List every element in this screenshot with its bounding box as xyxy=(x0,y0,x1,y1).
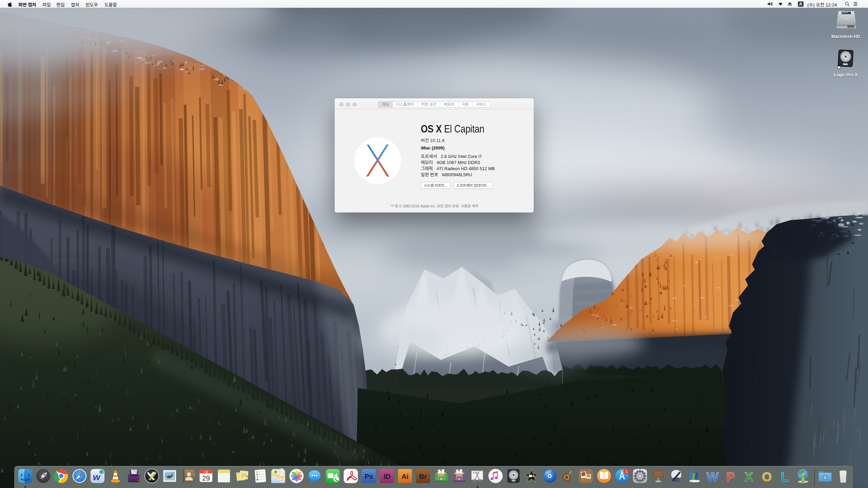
svg-text:29: 29 xyxy=(202,474,210,482)
svg-text:L: L xyxy=(781,470,789,484)
svg-text:X: X xyxy=(744,470,753,484)
svg-text:O: O xyxy=(762,470,772,484)
svg-text:G: G xyxy=(458,477,460,481)
svg-text:G: G xyxy=(440,477,442,481)
svg-text:1: 1 xyxy=(626,470,628,473)
svg-text:ID: ID xyxy=(383,472,391,480)
svg-text:w: w xyxy=(93,472,101,482)
svg-text:P: P xyxy=(726,470,735,484)
svg-text:1월: 1월 xyxy=(204,470,208,473)
svg-text:Ai: Ai xyxy=(401,472,409,480)
svg-text:W: W xyxy=(707,470,719,484)
svg-text:Br: Br xyxy=(419,472,427,480)
svg-text:3D: 3D xyxy=(281,479,283,481)
svg-text:Ps: Ps xyxy=(364,472,373,480)
